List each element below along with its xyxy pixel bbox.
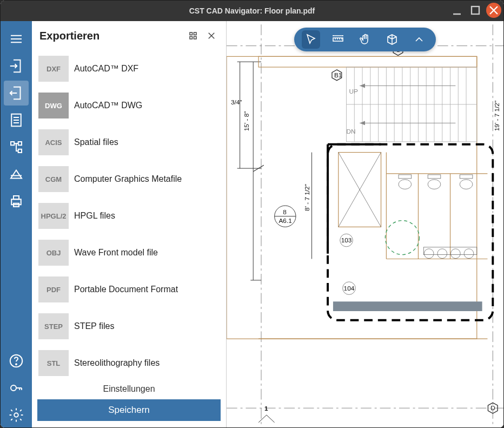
select-tool[interactable] <box>302 30 320 49</box>
svg-rect-82 <box>460 175 473 179</box>
chevron-up-icon <box>413 33 426 46</box>
ruler-icon <box>331 33 344 46</box>
close-button[interactable] <box>486 3 501 18</box>
dim-label: 8' - 7 1/2" <box>303 184 311 211</box>
format-label: Portable Document Format <box>74 285 178 294</box>
dim-label: 3/4" <box>231 98 242 106</box>
format-tag: PDF <box>38 276 69 302</box>
format-label: Stereolithography files <box>74 358 160 368</box>
room-tag-103: 103 <box>341 236 352 244</box>
format-option-step[interactable]: STEPSTEP files <box>34 308 226 345</box>
stair-up-label: UP <box>349 88 358 95</box>
minimize-button[interactable] <box>449 3 465 18</box>
svg-point-81 <box>460 180 473 189</box>
document-button[interactable] <box>4 108 29 133</box>
format-label: Spatial files <box>74 137 118 147</box>
section-button[interactable] <box>4 162 29 187</box>
structure-button[interactable] <box>4 135 29 160</box>
3d-view-tool[interactable] <box>383 30 401 49</box>
settings-button[interactable] <box>4 403 29 427</box>
format-tag: HPGL/2 <box>38 203 69 229</box>
grid-view-button[interactable] <box>186 29 200 43</box>
svg-rect-16 <box>14 196 19 199</box>
grid-bubble-d: D <box>490 404 495 412</box>
svg-rect-94 <box>333 301 482 311</box>
format-label: STEP files <box>74 321 114 331</box>
export-button[interactable] <box>4 81 29 106</box>
export-settings-button[interactable]: Einstellungen <box>37 379 221 399</box>
svg-point-19 <box>16 364 17 365</box>
format-label: AutoCAD™ DXF <box>74 64 138 74</box>
import-icon <box>8 58 24 74</box>
help-icon <box>8 353 24 369</box>
svg-rect-43 <box>227 56 477 339</box>
view-toolbar <box>294 28 436 51</box>
collapse-toolbar[interactable] <box>410 30 428 49</box>
svg-point-88 <box>385 221 419 255</box>
menu-button[interactable] <box>4 27 29 51</box>
floor-plan-drawing: B1 C D 3/4" 15' - 8" <box>227 21 503 427</box>
maximize-button[interactable] <box>468 3 483 18</box>
format-tag: ACIS <box>38 129 69 155</box>
format-option-acis[interactable]: ACISSpatial files <box>34 124 226 161</box>
svg-rect-11 <box>11 142 14 145</box>
svg-point-20 <box>11 385 16 391</box>
window-title: CST CAD Navigator: Floor plan.pdf <box>189 6 315 15</box>
panel-title: Exportieren <box>39 30 182 42</box>
room-tag-104: 104 <box>344 285 355 292</box>
format-option-dwg[interactable]: DWGAutoCAD™ DWG <box>34 87 226 124</box>
svg-rect-26 <box>194 32 197 35</box>
format-label: AutoCAD™ DWG <box>74 101 142 110</box>
stair-dn-label: DN <box>347 128 356 135</box>
panel-close-button[interactable] <box>204 29 218 43</box>
export-panel: Exportieren DXFAutoCAD™ DXFDWGAutoCAD™ D… <box>32 21 227 427</box>
pan-tool[interactable] <box>356 30 374 49</box>
measure-tool[interactable] <box>329 30 347 49</box>
dim-label: 15' - 8" <box>243 111 250 131</box>
help-button[interactable] <box>4 348 29 373</box>
svg-point-86 <box>464 249 474 259</box>
svg-rect-27 <box>190 37 193 39</box>
ref-101a: 101A <box>227 43 227 58</box>
section-bubble-top: 8 <box>283 208 287 216</box>
import-button[interactable] <box>4 54 29 78</box>
format-option-dxf[interactable]: DXFAutoCAD™ DXF <box>34 50 226 87</box>
format-list[interactable]: DXFAutoCAD™ DXFDWGAutoCAD™ DWGACISSpatia… <box>32 48 226 377</box>
dim-label: 19' - 7 1/2" <box>493 101 501 131</box>
svg-rect-1 <box>472 6 479 14</box>
grid-icon <box>188 31 198 41</box>
format-tag: OBJ <box>38 240 69 266</box>
cursor-icon <box>304 33 317 46</box>
gear-icon <box>8 407 24 423</box>
svg-point-85 <box>451 249 461 259</box>
hand-icon <box>359 33 372 46</box>
menu-icon <box>8 31 24 47</box>
drawing-canvas[interactable]: B1 C D 3/4" 15' - 8" <box>227 21 503 427</box>
grid-bubble-b1: B1 <box>334 71 342 79</box>
svg-rect-80 <box>428 175 441 179</box>
save-button[interactable]: Speichern <box>37 399 221 421</box>
format-option-obj[interactable]: OBJWave Front model file <box>34 234 226 271</box>
format-option-stl[interactable]: STLStereolithography files <box>34 345 226 377</box>
print-icon <box>8 193 24 209</box>
format-label: Wave Front model file <box>74 248 158 258</box>
format-tag: CGM <box>38 166 69 192</box>
section-bubble-bottom: A6.1 <box>278 217 291 225</box>
sidebar <box>1 21 32 427</box>
app-window: CST CAD Navigator: Floor plan.pdf <box>0 0 504 428</box>
print-button[interactable] <box>4 189 29 214</box>
document-icon <box>8 112 24 128</box>
svg-point-84 <box>437 249 447 259</box>
format-label: Computer Graphics Metafile <box>74 174 182 184</box>
svg-rect-13 <box>18 149 22 153</box>
format-option-cgm[interactable]: CGMComputer Graphics Metafile <box>34 161 226 197</box>
format-option-pdf[interactable]: PDFPortable Document Format <box>34 271 226 308</box>
svg-rect-12 <box>18 142 22 145</box>
svg-point-24 <box>14 413 18 417</box>
cube-icon <box>386 33 399 46</box>
export-icon <box>8 85 24 101</box>
format-tag: DXF <box>38 56 69 82</box>
format-option-hpgl2[interactable]: HPGL/2HPGL files <box>34 197 226 234</box>
license-button[interactable] <box>4 376 29 400</box>
svg-rect-15 <box>11 199 21 205</box>
